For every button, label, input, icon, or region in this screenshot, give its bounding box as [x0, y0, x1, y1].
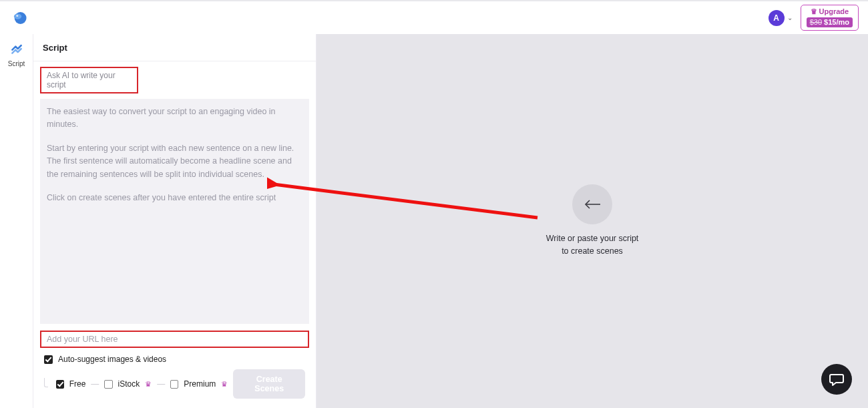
- header-right: A ⌄ ♛ Upgrade $30 $15/mo: [769, 5, 859, 30]
- ask-ai-button[interactable]: Ask AI to write your script: [40, 67, 138, 93]
- placeholder-line-3: Click on create scenes after you have en…: [47, 192, 302, 204]
- chat-button[interactable]: [821, 364, 852, 395]
- options-row: Auto-suggest images & videos Free — iSto…: [33, 348, 316, 408]
- top-bar: A ⌄ ♛ Upgrade $30 $15/mo: [0, 1, 868, 34]
- panel-title: Script: [33, 34, 316, 61]
- auto-suggest-label: Auto-suggest images & videos: [58, 355, 166, 364]
- crown-icon: ♛: [145, 380, 152, 389]
- crown-icon: ♛: [811, 7, 817, 16]
- upgrade-button[interactable]: ♛ Upgrade $30 $15/mo: [801, 5, 859, 30]
- checkbox-auto-suggest[interactable]: [44, 355, 53, 364]
- script-icon: [10, 42, 23, 58]
- account-menu[interactable]: A ⌄: [769, 10, 793, 26]
- checkbox-istock[interactable]: [104, 380, 112, 389]
- avatar-initial: A: [773, 13, 779, 23]
- crown-icon: ♛: [221, 380, 228, 389]
- chevron-down-icon: ⌄: [787, 14, 793, 21]
- placeholder-line-2: Start by entering your script with each …: [47, 142, 302, 181]
- canvas-area: Write or paste your script to create sce…: [316, 34, 868, 408]
- divider-dash: —: [91, 379, 99, 389]
- url-input[interactable]: [40, 331, 309, 348]
- upgrade-new-price: $15/mo: [824, 18, 849, 26]
- placeholder-text-l2: to create scenes: [546, 245, 639, 258]
- rail-item-script[interactable]: Script: [8, 42, 25, 67]
- svg-point-2: [16, 15, 18, 16]
- script-panel: Script Ask AI to write your script The e…: [33, 34, 316, 408]
- app-logo[interactable]: [11, 9, 28, 27]
- opt-istock-label: iStock: [118, 379, 140, 389]
- placeholder-text-l1: Write or paste your script: [546, 232, 639, 245]
- checkbox-premium[interactable]: [170, 380, 178, 389]
- canvas-placeholder: Write or paste your script to create sce…: [546, 184, 639, 258]
- script-textarea[interactable]: The easiest way to convert your script t…: [40, 99, 309, 324]
- rail-item-label: Script: [8, 60, 25, 67]
- opt-free-label: Free: [69, 379, 86, 389]
- divider-dash: —: [157, 379, 165, 389]
- tree-indent-icon: [44, 378, 48, 387]
- opt-premium-label: Premium: [184, 379, 216, 389]
- checkbox-free[interactable]: [56, 380, 64, 389]
- upgrade-old-price: $30: [810, 18, 822, 26]
- left-rail: Script: [0, 34, 33, 408]
- arrow-left-circle-icon: [572, 184, 612, 224]
- placeholder-line-1: The easiest way to convert your script t…: [47, 106, 302, 132]
- create-scenes-button[interactable]: Create Scenes: [233, 369, 305, 399]
- upgrade-label: Upgrade: [819, 7, 849, 16]
- avatar: A: [769, 10, 785, 26]
